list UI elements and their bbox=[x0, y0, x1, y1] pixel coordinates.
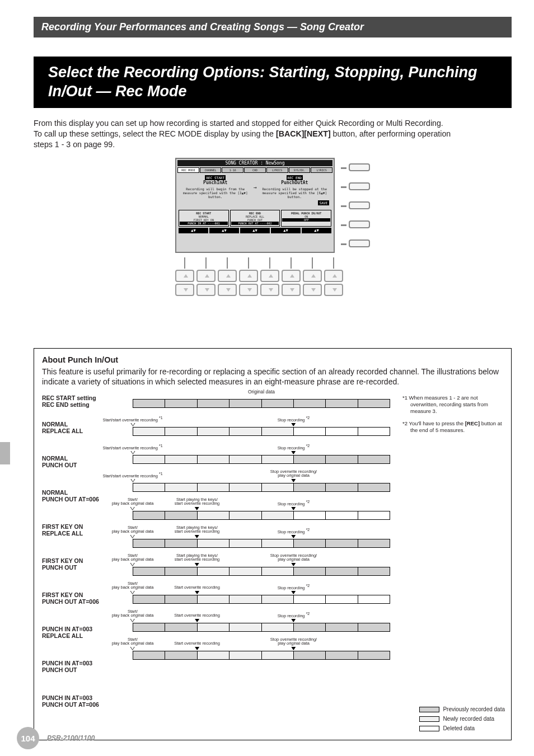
lcd-updown-button: ▲▼ bbox=[271, 228, 301, 233]
lcd-tab-chd: CHD bbox=[244, 167, 266, 173]
punch-row-label: PUNCH IN AT=003REPLACE ALL bbox=[42, 626, 120, 639]
punch-bar-row: Start/play back original dataStart playi… bbox=[133, 523, 390, 551]
bar-segment bbox=[326, 539, 358, 547]
up-button bbox=[175, 270, 194, 282]
button-pair bbox=[218, 270, 237, 298]
up-button bbox=[260, 270, 279, 282]
bar-segment bbox=[229, 567, 261, 575]
punch-bar-row: Start/start overwrite recording *1Stop o… bbox=[133, 467, 390, 495]
punch-header-1: REC START setting bbox=[42, 395, 96, 401]
lcd-bottom-groups: REC START NORMAL FIRST KEY ON PUNCH IN A… bbox=[177, 210, 332, 227]
bar-segment bbox=[262, 483, 294, 491]
bar-segment bbox=[358, 623, 390, 631]
punch-row-label: FIRST KEY ONPUNCH OUT AT=006 bbox=[42, 591, 120, 605]
bar-segment bbox=[262, 428, 294, 435]
punch-bar-row: Start/start overwrite recording *1Stop r… bbox=[133, 439, 390, 467]
bar-annotation: Start playing the keys/start overwrite r… bbox=[175, 525, 219, 539]
bar-segment bbox=[229, 456, 261, 463]
bar-segment bbox=[262, 456, 294, 463]
bar-segment bbox=[358, 456, 390, 463]
intro-paragraph: From this display you can set up how rec… bbox=[34, 118, 512, 151]
lower-hardware-buttons bbox=[175, 270, 343, 298]
lcd-recend-col: REC END PunchOutAt Recording will be sto… bbox=[260, 175, 329, 199]
bar-annotation: Stop recording *2 bbox=[278, 444, 310, 456]
bar-segment bbox=[133, 567, 165, 575]
chapter-header: Recording Your Performances and Creating… bbox=[34, 17, 512, 37]
side-hardware-buttons bbox=[349, 158, 370, 253]
page-number-badge: 104 bbox=[17, 727, 39, 749]
bar-segment bbox=[262, 595, 294, 603]
intro-bold: [BACK][NEXT] bbox=[276, 129, 331, 138]
bar-segment bbox=[165, 567, 197, 575]
bar-annotation: Start/play back original data bbox=[112, 581, 154, 595]
down-button bbox=[324, 284, 343, 296]
legend-swatch-prev bbox=[419, 707, 439, 712]
bar-segment bbox=[133, 456, 165, 463]
intro-line1: From this display you can set up how rec… bbox=[34, 119, 443, 128]
side-button bbox=[349, 240, 370, 247]
lcd-tab-sysex: SYS/EX. bbox=[289, 167, 311, 173]
lcd-recstart-desc: Recording will begin from the measure sp… bbox=[181, 187, 250, 199]
bar-annotation: Start/play back original data bbox=[112, 553, 154, 567]
save-icon: SAVE bbox=[318, 200, 329, 205]
bar-annotation: Start overwrite recording bbox=[174, 613, 220, 623]
side-button bbox=[349, 182, 370, 190]
page-content: Recording Your Performances and Creating… bbox=[0, 0, 534, 752]
bar-segment bbox=[294, 428, 326, 435]
arrow-icon: → bbox=[253, 184, 256, 190]
bar-segment bbox=[262, 567, 294, 575]
down-button bbox=[260, 284, 279, 296]
bar-annotation: Stop overwrite recording/play original d… bbox=[270, 553, 317, 567]
intro-line3: steps 1 - 3 on page 99. bbox=[34, 140, 115, 149]
bar-segment bbox=[165, 428, 197, 435]
bar-segment bbox=[133, 539, 165, 547]
bar-segment bbox=[133, 428, 165, 435]
up-button bbox=[303, 270, 322, 282]
up-button bbox=[324, 270, 343, 282]
intro-line2a: To call up these settings, select the RE… bbox=[34, 129, 276, 138]
bar-annotation: Start/play back original data bbox=[112, 525, 154, 539]
button-pair bbox=[324, 270, 343, 298]
lcd-updown-button: ▲▼ bbox=[179, 228, 208, 233]
lcd-recend-desc: Recording will be stopped at the measure… bbox=[260, 187, 329, 199]
punch-illustration-grid: REC START setting REC END setting NORMAL… bbox=[42, 395, 503, 728]
bar-segment bbox=[229, 595, 261, 603]
lcd-updown-button: ▲▼ bbox=[240, 228, 270, 233]
lcd-grp-line-sel: PUNCH IN AT ····001 bbox=[180, 222, 228, 225]
button-pair bbox=[175, 270, 194, 298]
bar-segment bbox=[326, 651, 358, 659]
bar-segment bbox=[198, 511, 229, 519]
bar-segment bbox=[198, 623, 229, 631]
bar-annotation: Start/start overwrite recording *1 bbox=[102, 444, 162, 456]
punch-bar-row: Start/play back original dataStart overw… bbox=[133, 607, 390, 635]
bar-segment bbox=[198, 428, 229, 435]
bar-segment bbox=[229, 483, 261, 491]
bar-segment bbox=[229, 428, 261, 435]
bar-annotation: Stop overwrite recording/play original d… bbox=[270, 469, 317, 483]
bar-segment bbox=[326, 483, 358, 491]
bar-annotation: Stop recording *2 bbox=[278, 584, 310, 595]
punch-bar-row: Start/play back original dataStart playi… bbox=[133, 551, 390, 579]
bar-segment bbox=[262, 511, 294, 519]
bar-segment bbox=[358, 511, 390, 519]
button-pair bbox=[260, 270, 279, 298]
side-button bbox=[349, 220, 370, 228]
side-button bbox=[349, 201, 370, 209]
bar-annotation: Stop overwrite recording/play original d… bbox=[270, 637, 317, 651]
bar-segment bbox=[133, 511, 165, 519]
punch-bar-row: Start/play back original dataStart playi… bbox=[133, 495, 390, 523]
bar-segment bbox=[133, 595, 165, 603]
bar-segment bbox=[358, 595, 390, 603]
bar-segment bbox=[198, 567, 229, 575]
section-title-block: Select the Recording Options: Starting, … bbox=[34, 57, 512, 108]
lcd-tab-recmode: REC MODE bbox=[177, 167, 199, 173]
bar-segment bbox=[165, 651, 197, 659]
lcd-updown-button: ▲▼ bbox=[302, 228, 331, 233]
bar-segment bbox=[262, 623, 294, 631]
bar-annotation: Start/play back original data bbox=[112, 497, 154, 511]
bar-segment bbox=[198, 483, 229, 491]
button-pair bbox=[282, 270, 301, 298]
legend-swatch-new bbox=[419, 716, 439, 722]
punch-bar-row: Start/play back original dataStart overw… bbox=[133, 635, 390, 663]
intro-line2b: button, after performing operation bbox=[331, 129, 451, 138]
